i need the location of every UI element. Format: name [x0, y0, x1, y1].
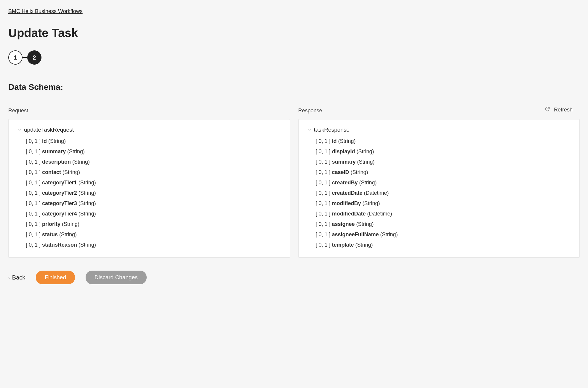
field-type: (String) [63, 169, 80, 175]
field-cardinality: [ 0, 1 ] [316, 149, 332, 154]
field-type: (String) [363, 200, 380, 206]
field-type: (String) [78, 242, 96, 248]
field-type: (String) [48, 138, 66, 144]
field-type: (String) [78, 190, 96, 196]
field-cardinality: [ 0, 1 ] [316, 169, 332, 175]
footer: ‹ Back Finished Discard Changes [8, 271, 580, 284]
schema-field: [ 0, 1 ] id (String) [26, 136, 281, 146]
schema-field: [ 0, 1 ] createdBy (String) [316, 178, 571, 188]
field-cardinality: [ 0, 1 ] [316, 138, 332, 144]
schema-field: [ 0, 1 ] status (String) [26, 229, 281, 240]
field-name: assigneeFullName [332, 231, 380, 237]
field-cardinality: [ 0, 1 ] [316, 180, 332, 186]
schema-field: [ 0, 1 ] categoryTier3 (String) [26, 198, 281, 209]
step-2[interactable]: 2 [27, 50, 41, 65]
schema-field: [ 0, 1 ] categoryTier4 (String) [26, 209, 281, 219]
field-cardinality: [ 0, 1 ] [26, 169, 42, 175]
field-cardinality: [ 0, 1 ] [26, 190, 42, 196]
field-cardinality: [ 0, 1 ] [316, 190, 332, 196]
field-type: (String) [357, 159, 375, 165]
field-cardinality: [ 0, 1 ] [26, 180, 42, 186]
request-root-toggle[interactable]: updateTaskRequest [17, 127, 281, 133]
response-label: Response [298, 108, 580, 114]
request-fields: [ 0, 1 ] id (String)[ 0, 1 ] summary (St… [26, 136, 281, 250]
schema-field: [ 0, 1 ] categoryTier1 (String) [26, 178, 281, 188]
section-title: Data Schema: [8, 82, 580, 92]
field-type: (String) [78, 200, 96, 206]
field-type: (String) [356, 221, 374, 227]
field-cardinality: [ 0, 1 ] [316, 211, 332, 217]
field-name: description [42, 159, 72, 165]
field-name: categoryTier4 [42, 211, 78, 217]
field-name: contact [42, 169, 63, 175]
field-cardinality: [ 0, 1 ] [316, 231, 332, 237]
schema-field: [ 0, 1 ] caseID (String) [316, 167, 571, 178]
field-cardinality: [ 0, 1 ] [26, 242, 42, 248]
field-type: (String) [355, 242, 373, 248]
field-name: categoryTier3 [42, 200, 78, 206]
schema-field: [ 0, 1 ] createdDate (Datetime) [316, 188, 571, 198]
schema-field: [ 0, 1 ] id (String) [316, 136, 571, 146]
back-button[interactable]: ‹ Back [8, 274, 25, 281]
request-root-label: updateTaskRequest [24, 127, 74, 133]
schema-field: [ 0, 1 ] description (String) [26, 157, 281, 167]
step-1[interactable]: 1 [8, 50, 23, 65]
response-root-toggle[interactable]: taskResponse [307, 127, 571, 133]
schema-field: [ 0, 1 ] statusReason (String) [26, 240, 281, 250]
field-cardinality: [ 0, 1 ] [316, 200, 332, 206]
discard-button[interactable]: Discard Changes [86, 271, 147, 284]
breadcrumb-link[interactable]: BMC Helix Business Workflows [8, 8, 83, 15]
schema-field: [ 0, 1 ] assigneeFullName (String) [316, 229, 571, 240]
schema-field: [ 0, 1 ] template (String) [316, 240, 571, 250]
field-name: createdBy [332, 180, 359, 186]
field-cardinality: [ 0, 1 ] [26, 231, 42, 237]
field-name: summary [42, 149, 67, 154]
field-name: status [42, 231, 59, 237]
field-name: modifiedDate [332, 211, 367, 217]
field-type: (String) [351, 169, 368, 175]
field-cardinality: [ 0, 1 ] [26, 159, 42, 165]
back-label: Back [12, 274, 25, 281]
field-cardinality: [ 0, 1 ] [316, 159, 332, 165]
step-connector [23, 57, 27, 58]
chevron-left-icon: ‹ [8, 275, 10, 280]
field-cardinality: [ 0, 1 ] [26, 149, 42, 154]
field-name: categoryTier2 [42, 190, 78, 196]
page-title: Update Task [8, 26, 580, 40]
field-name: modifiedBy [332, 200, 363, 206]
schema-field: [ 0, 1 ] modifiedDate (Datetime) [316, 209, 571, 219]
field-name: assignee [332, 221, 356, 227]
schema-field: [ 0, 1 ] assignee (String) [316, 219, 571, 229]
stepper: 1 2 [8, 50, 580, 65]
schema-field: [ 0, 1 ] categoryTier2 (String) [26, 188, 281, 198]
field-name: id [332, 138, 338, 144]
field-name: displayId [332, 149, 357, 154]
field-type: (String) [78, 211, 96, 217]
response-root-label: taskResponse [314, 127, 350, 133]
field-name: caseID [332, 169, 351, 175]
field-type: (String) [59, 231, 77, 237]
response-fields: [ 0, 1 ] id (String)[ 0, 1 ] displayId (… [316, 136, 571, 250]
field-name: id [42, 138, 48, 144]
schema-field: [ 0, 1 ] summary (String) [316, 157, 571, 167]
field-type: (String) [380, 231, 398, 237]
response-panel: taskResponse [ 0, 1 ] id (String)[ 0, 1 … [298, 119, 580, 258]
field-type: (Datetime) [364, 190, 389, 196]
field-name: createdDate [332, 190, 364, 196]
schema-field: [ 0, 1 ] priority (String) [26, 219, 281, 229]
field-type: (String) [62, 221, 79, 227]
chevron-down-icon [17, 128, 22, 132]
field-type: (String) [357, 149, 374, 154]
field-type: (Datetime) [367, 211, 392, 217]
field-name: template [332, 242, 355, 248]
field-type: (String) [67, 149, 85, 154]
field-cardinality: [ 0, 1 ] [316, 221, 332, 227]
field-name: summary [332, 159, 357, 165]
field-name: categoryTier1 [42, 180, 78, 186]
field-type: (String) [338, 138, 356, 144]
finished-button[interactable]: Finished [36, 271, 75, 284]
request-panel: updateTaskRequest [ 0, 1 ] id (String)[ … [8, 119, 290, 258]
field-cardinality: [ 0, 1 ] [26, 138, 42, 144]
field-cardinality: [ 0, 1 ] [26, 221, 42, 227]
field-type: (String) [359, 180, 377, 186]
